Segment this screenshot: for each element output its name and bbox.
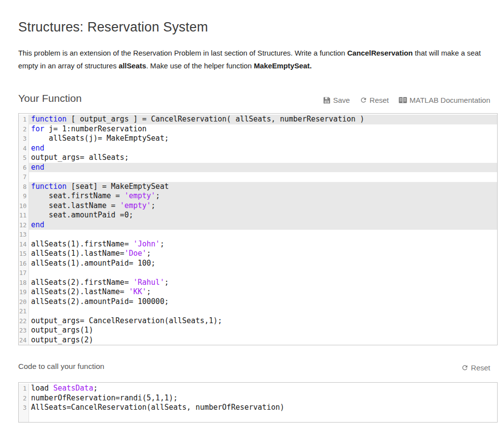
- line-number: 3: [19, 134, 29, 144]
- code-line[interactable]: 22output_args= CancelReservation(allSeat…: [19, 316, 497, 326]
- call-code-reset-button[interactable]: Reset: [461, 364, 490, 372]
- line-number: 6: [19, 163, 29, 173]
- reset-icon: [360, 96, 367, 104]
- code-line[interactable]: 3AllSeats=CancelReservation(allSeats, nu…: [19, 403, 497, 413]
- code-line[interactable]: 23output_args(1): [19, 326, 497, 335]
- function-code-editor[interactable]: 1function [ output_args ] = CancelReserv…: [18, 113, 498, 345]
- code-line[interactable]: 19allSeats(2).lastName= 'KK';: [19, 287, 497, 297]
- line-number: 10: [19, 201, 29, 211]
- code-line[interactable]: 24output_args(2): [19, 335, 497, 345]
- code-line[interactable]: 2numberOfReservation=randi(5,1,1);: [19, 394, 497, 403]
- problem-description: This problem is an extension of the Rese…: [18, 47, 491, 72]
- code-line[interactable]: 1function [ output_args ] = CancelReserv…: [19, 115, 497, 124]
- code-text: [29, 268, 497, 278]
- line-number: 12: [19, 220, 29, 230]
- code-text: seat.firstName = 'empty';: [29, 191, 497, 201]
- code-line[interactable]: 11 seat.amountPaid =0;: [19, 211, 497, 220]
- code-text: function [seat] = MakeEmptySeat: [29, 182, 497, 192]
- code-line[interactable]: 21: [19, 306, 497, 316]
- description-text: This problem is an extension of the Rese…: [18, 49, 347, 57]
- code-line[interactable]: [19, 413, 497, 423]
- line-number: 15: [19, 249, 29, 259]
- line-number: 5: [19, 153, 29, 163]
- code-line[interactable]: 16allSeats(1).amountPaid= 100;: [19, 259, 497, 269]
- code-text: allSeats(2).firstName= 'Rahul';: [29, 278, 497, 288]
- reset-icon: [461, 364, 469, 371]
- code-line[interactable]: 15allSeats(1).lastName='Doe';: [19, 249, 497, 259]
- code-line[interactable]: 9 seat.firstName = 'empty';: [19, 191, 497, 201]
- code-line[interactable]: 17: [19, 268, 497, 278]
- code-line[interactable]: 4end: [19, 144, 497, 153]
- code-text: output_args= CancelReservation(allSeats,…: [29, 316, 497, 326]
- description-bold-text: CancelReservation: [347, 49, 412, 57]
- page-title: Structures: Reservation System: [18, 20, 498, 35]
- code-line[interactable]: 1load SeatsData;: [19, 384, 497, 394]
- call-code-reset-label: Reset: [471, 364, 490, 372]
- code-line[interactable]: 5output_args= allSeats;: [19, 153, 497, 163]
- line-number: 1: [19, 384, 29, 394]
- code-line[interactable]: 13: [19, 230, 497, 240]
- code-text: function [ output_args ] = CancelReserva…: [29, 115, 497, 124]
- line-number: 7: [19, 172, 29, 182]
- code-text: seat.lastName = 'empty';: [29, 201, 497, 211]
- matlab-documentation-link[interactable]: MATLAB Documentation: [399, 96, 490, 104]
- code-text: load SeatsData;: [29, 384, 497, 394]
- your-function-header: Your Function Save: [18, 92, 498, 104]
- code-text: allSeats(2).amountPaid= 100000;: [29, 297, 497, 307]
- code-text: end: [29, 163, 497, 173]
- book-icon: [399, 96, 407, 104]
- line-number: 16: [19, 259, 29, 269]
- code-text: output_args(1): [29, 326, 497, 335]
- code-text: allSeats(j)= MakeEmptySeat;: [29, 134, 497, 144]
- line-number: 1: [19, 115, 29, 124]
- code-text: [29, 230, 497, 240]
- matlab-documentation-label: MATLAB Documentation: [410, 96, 490, 104]
- code-text: allSeats(2).lastName= 'KK';: [29, 287, 497, 297]
- reset-button[interactable]: Reset: [360, 96, 389, 104]
- line-number: 21: [19, 306, 29, 316]
- code-text: seat.amountPaid =0;: [29, 211, 497, 220]
- line-number: [19, 413, 29, 423]
- code-line[interactable]: 10 seat.lastName = 'empty';: [19, 201, 497, 211]
- exercise-page: Structures: Reservation System This prob…: [18, 0, 498, 423]
- line-number: 11: [19, 211, 29, 220]
- line-number: 3: [19, 403, 29, 413]
- code-text: [29, 306, 497, 316]
- code-text: end: [29, 144, 497, 153]
- code-line[interactable]: 7: [19, 172, 497, 182]
- code-line[interactable]: 20allSeats(2).amountPaid= 100000;: [19, 297, 497, 307]
- code-text: allSeats(1).lastName='Doe';: [29, 249, 497, 259]
- code-line[interactable]: 18allSeats(2).firstName= 'Rahul';: [19, 278, 497, 288]
- code-text: end: [29, 220, 497, 230]
- code-line[interactable]: 8function [seat] = MakeEmptySeat: [19, 182, 497, 192]
- description-text: . Make use of the helper function: [146, 62, 254, 70]
- line-number: 2: [19, 394, 29, 403]
- line-number: 9: [19, 191, 29, 201]
- save-button[interactable]: Save: [323, 96, 350, 104]
- line-number: 20: [19, 297, 29, 307]
- line-number: 14: [19, 240, 29, 249]
- your-function-heading: Your Function: [18, 92, 82, 104]
- line-number: 24: [19, 335, 29, 345]
- code-text: output_args= allSeats;: [29, 153, 497, 163]
- code-line[interactable]: 3 allSeats(j)= MakeEmptySeat;: [19, 134, 497, 144]
- code-text: allSeats(1).amountPaid= 100;: [29, 259, 497, 269]
- reset-button-label: Reset: [370, 96, 389, 104]
- code-text: AllSeats=CancelReservation(allSeats, num…: [29, 403, 497, 413]
- line-number: 4: [19, 144, 29, 153]
- line-number: 8: [19, 182, 29, 192]
- description-bold-text: MakeEmptySeat.: [254, 62, 312, 70]
- save-button-label: Save: [333, 96, 350, 104]
- code-text: output_args(2): [29, 335, 497, 345]
- code-line[interactable]: 12end: [19, 220, 497, 230]
- call-code-editor[interactable]: 1load SeatsData;2numberOfReservation=ran…: [18, 382, 498, 423]
- line-number: 18: [19, 278, 29, 288]
- code-text: [29, 172, 497, 182]
- code-line[interactable]: 2for j= 1:numberReservation: [19, 124, 497, 134]
- code-text: for j= 1:numberReservation: [29, 124, 497, 134]
- code-line[interactable]: 14allSeats(1).firstName= 'John';: [19, 240, 497, 249]
- call-code-header: Code to call your function Reset: [18, 362, 498, 372]
- line-number: 13: [19, 230, 29, 240]
- code-text: numberOfReservation=randi(5,1,1);: [29, 394, 497, 403]
- code-line[interactable]: 6end: [19, 163, 497, 173]
